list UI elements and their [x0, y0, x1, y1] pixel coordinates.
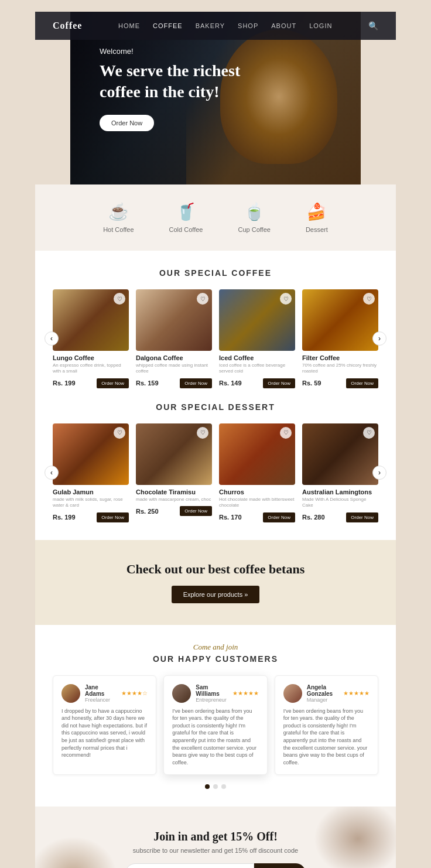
iced-desc: Iced coffee is a coffee beverage served … [219, 363, 295, 375]
sam-role: Entrepreneur [196, 697, 227, 703]
filter-wishlist[interactable]: ♡ [363, 293, 375, 305]
hot-coffee-icon: ☕ [108, 202, 129, 221]
cat-dessert[interactable]: 🍰 Dessert [306, 202, 328, 233]
cup-coffee-icon: 🍵 [244, 202, 265, 221]
dalgona-name: Dalgona Coffee [136, 354, 212, 361]
cat-cold-coffee[interactable]: 🥤 Cold Coffee [169, 202, 203, 233]
dalgona-order-btn[interactable]: Order Now [180, 378, 212, 388]
iced-price: Rs. 149 [219, 380, 242, 387]
product-lungo: ♡ Lungo Coffee An espresso coffee drink,… [53, 289, 129, 388]
angela-name: Angela Gonzales [307, 684, 338, 697]
lungo-order-btn[interactable]: Order Now [97, 378, 129, 388]
promo-banner: Check out our best coffee betans Explore… [35, 540, 396, 625]
angela-text: I've been ordering beans from you for te… [283, 708, 370, 767]
testimonials-section: Come and join OUR HAPPY CUSTOMERS Jane A… [35, 625, 396, 807]
dot-2[interactable] [213, 784, 218, 789]
product-dalgona: ♡ Dalgona Coffee whipped coffee made usi… [136, 289, 212, 388]
nav-about[interactable]: ABOUT [271, 22, 296, 29]
sam-name: Sam Williams [196, 684, 227, 697]
jane-avatar [61, 684, 80, 703]
cat-cup-coffee-label: Cup Coffee [238, 226, 270, 233]
nav-home[interactable]: HOME [118, 22, 140, 29]
cat-hot-coffee-label: Hot Coffee [103, 226, 134, 233]
churros-name: Churros [219, 488, 295, 495]
lungo-price: Rs. 199 [53, 380, 76, 387]
cat-dessert-label: Dessert [306, 226, 328, 233]
coffee-carousel-left[interactable]: ‹ [45, 332, 59, 346]
categories-section: ☕ Hot Coffee 🥤 Cold Coffee 🍵 Cup Coffee … [35, 184, 396, 251]
churros-desc: Hot chocolate made with bittersweet choc… [219, 497, 295, 509]
subscribe-btn[interactable]: Subscribe [254, 863, 306, 868]
testimonial-sam: Sam Williams Entrepreneur ★★★★★ I've bee… [163, 675, 267, 775]
tiramisu-name: Chocolate Tiramisu [136, 488, 212, 495]
tiramisu-order-btn[interactable]: Order Now [180, 506, 212, 516]
nav-login[interactable]: LOGIN [309, 22, 332, 29]
sam-stars: ★★★★★ [232, 690, 259, 696]
dessert-icon: 🍰 [306, 202, 327, 221]
nav-logo: Coffee [53, 20, 82, 31]
product-tiramisu: ♡ Chocolate Tiramisu made with mascarpon… [136, 423, 212, 516]
jane-text: I dropped by to have a cappuccino and ho… [61, 708, 148, 759]
gulab-order-btn[interactable]: Order Now [97, 512, 129, 522]
email-input[interactable] [125, 863, 254, 868]
newsletter-subtitle: subscribe to our newsletter and get 15% … [53, 847, 378, 854]
nav-shop[interactable]: SHOP [238, 22, 258, 29]
gulab-desc: made with milk solids, sugar, rose water… [53, 497, 129, 509]
dessert-carousel-left[interactable]: ‹ [45, 466, 59, 480]
cold-coffee-icon: 🥤 [176, 202, 196, 221]
cat-cup-coffee[interactable]: 🍵 Cup Coffee [238, 202, 270, 233]
product-lamington: ♡ Australian Lamingtons Made With A Deli… [302, 423, 378, 522]
lungo-name: Lungo Coffee [53, 354, 129, 361]
dot-3[interactable] [221, 784, 226, 789]
product-gulab: ♡ Gulab Jamun made with milk solids, sug… [53, 423, 129, 522]
angela-role: Manager [307, 697, 338, 703]
churros-price: Rs. 170 [219, 514, 242, 521]
filter-desc: 70% coffee and 25% chicory freshly roast… [302, 363, 378, 375]
promo-cta-btn[interactable]: Explore our products » [172, 586, 260, 603]
filter-name: Filter Coffee [302, 354, 378, 361]
jane-stars: ★★★★☆ [121, 690, 148, 696]
churros-wishlist[interactable]: ♡ [280, 427, 292, 439]
product-churros: ♡ Churros Hot chocolate made with bitter… [219, 423, 295, 522]
special-coffee-title: OUR SPECIAL COFFEE [53, 268, 378, 278]
testimonials-grid: Jane Adams Freelancer ★★★★☆ I dropped by… [53, 675, 378, 775]
product-filter: ♡ Filter Coffee 70% coffee and 25% chico… [302, 289, 378, 388]
dessert-product-grid: ♡ Gulab Jamun made with milk solids, sug… [53, 423, 378, 522]
cat-hot-coffee[interactable]: ☕ Hot Coffee [103, 202, 134, 233]
coffee-product-grid: ♡ Lungo Coffee An espresso coffee drink,… [53, 289, 378, 388]
newsletter-title: Join in and get 15% Off! [53, 830, 378, 843]
testimonial-angela: Angela Gonzales Manager ★★★★★ I've been … [275, 675, 378, 775]
lamington-desc: Made With A Delicious Sponge Cake [302, 497, 378, 509]
iced-name: Iced Coffee [219, 354, 295, 361]
lamington-wishlist[interactable]: ♡ [363, 427, 375, 439]
tiramisu-price: Rs. 250 [136, 508, 159, 515]
dalgona-wishlist[interactable]: ♡ [197, 293, 208, 305]
nav-coffee[interactable]: COFFEE [153, 22, 183, 29]
navbar: Coffee HOME COFFEE BAKERY SHOP ABOUT LOG… [35, 12, 396, 40]
gulab-wishlist[interactable]: ♡ [114, 427, 125, 439]
jane-role: Freelancer [85, 697, 117, 703]
coffee-carousel-right[interactable]: › [372, 332, 386, 346]
dot-1[interactable] [205, 784, 210, 789]
testimonial-dots [53, 784, 378, 789]
dalgona-desc: whipped coffee made using instant coffee [136, 363, 212, 375]
dalgona-price: Rs. 159 [136, 380, 159, 387]
lamington-order-btn[interactable]: Order Now [346, 512, 378, 522]
hero-order-btn[interactable]: Order Now [100, 115, 154, 131]
nav-bakery[interactable]: BAKERY [196, 22, 225, 29]
special-coffee-section: OUR SPECIAL COFFEE ‹ ♡ Lungo Coffee An e… [35, 251, 396, 540]
churros-order-btn[interactable]: Order Now [263, 512, 295, 522]
special-dessert-title: OUR SPECIAL DESSERT [53, 402, 378, 412]
come-join-text: Come and join [53, 643, 378, 652]
lungo-wishlist[interactable]: ♡ [114, 293, 125, 305]
tiramisu-wishlist[interactable]: ♡ [197, 427, 208, 439]
search-icon[interactable]: 🔍 [368, 21, 378, 31]
promo-content: Check out our best coffee betans Explore… [126, 561, 305, 604]
iced-order-btn[interactable]: Order Now [263, 378, 295, 388]
iced-wishlist[interactable]: ♡ [280, 293, 292, 305]
tiramisu-desc: made with mascarpone cream, choc [136, 497, 212, 503]
filter-order-btn[interactable]: Order Now [346, 378, 378, 388]
dessert-carousel-right[interactable]: › [372, 466, 386, 480]
testimonial-jane: Jane Adams Freelancer ★★★★☆ I dropped by… [53, 675, 156, 775]
newsletter-form: ✉ Subscribe [53, 863, 378, 868]
